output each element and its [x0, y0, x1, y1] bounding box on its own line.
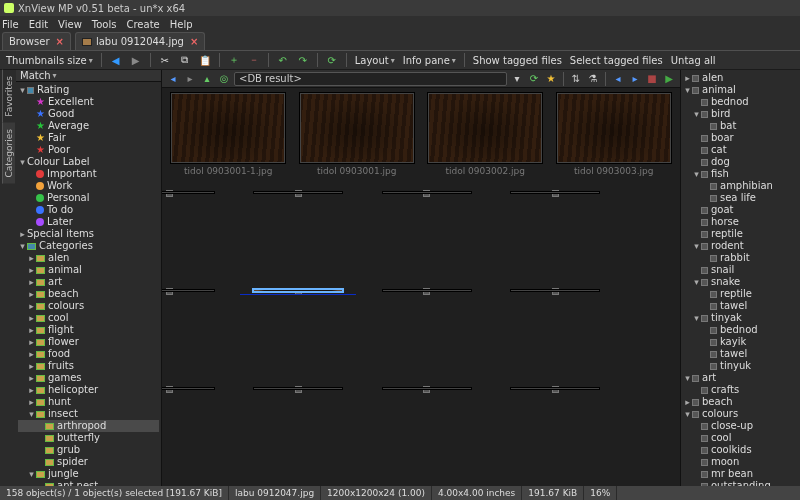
tree-item[interactable]: bednod	[683, 324, 798, 336]
tree-item[interactable]: ▸fruits	[18, 360, 159, 372]
address-drop-icon[interactable]: ▾	[510, 72, 524, 86]
thumbnail[interactable]: labu 0912048.jpg	[423, 288, 430, 295]
tree-item[interactable]: coolkids	[683, 444, 798, 456]
tree-item[interactable]: ▾jungle	[18, 468, 159, 480]
side-tab-favorites[interactable]: Favorites	[2, 70, 15, 123]
tree-item[interactable]: ▾colours	[683, 408, 798, 420]
tree-item[interactable]: ▾animal	[683, 84, 798, 96]
zoom-out-button[interactable]: －	[246, 52, 262, 68]
menu-tools[interactable]: Tools	[92, 19, 117, 30]
tab-browser[interactable]: Browser ×	[2, 32, 71, 50]
nav-fwd-button[interactable]: ▶	[128, 52, 144, 68]
play-icon[interactable]: ▶	[662, 72, 676, 86]
tree-item[interactable]: ▸Special items	[18, 228, 159, 240]
tree-item[interactable]: boar	[683, 132, 798, 144]
close-icon[interactable]: ×	[190, 36, 198, 47]
cut-button[interactable]: ✂	[157, 52, 173, 68]
filter-tree[interactable]: ▾Rating★Excellent★Good★Average★Fair★Poor…	[16, 82, 161, 486]
show-tagged-button[interactable]: Show tagged files	[471, 55, 564, 66]
nav-fwd-icon[interactable]: ▸	[183, 72, 197, 86]
tree-item[interactable]: ★Excellent	[18, 96, 159, 108]
tree-item[interactable]: tawel	[683, 348, 798, 360]
thumbnail[interactable]: tidol 0903001.jpg	[295, 92, 420, 186]
tree-item[interactable]: horse	[683, 216, 798, 228]
sort-icon[interactable]: ⇅	[569, 72, 583, 86]
tree-item[interactable]: ▾Rating	[18, 84, 159, 96]
tree-item[interactable]: ▾tinyak	[683, 312, 798, 324]
untag-all-button[interactable]: Untag all	[669, 55, 718, 66]
tree-item[interactable]: rabbit	[683, 252, 798, 264]
tree-item[interactable]: Personal	[18, 192, 159, 204]
tree-item[interactable]: bednod	[683, 96, 798, 108]
paste-button[interactable]: 📋	[197, 52, 213, 68]
tree-item[interactable]: ★Good	[18, 108, 159, 120]
tree-item[interactable]: amphibian	[683, 180, 798, 192]
tree-item[interactable]: Later	[18, 216, 159, 228]
tree-item[interactable]: ▸beach	[18, 288, 159, 300]
tree-item[interactable]: ▸alen	[683, 72, 798, 84]
rotate-right-button[interactable]: ↷	[295, 52, 311, 68]
thumbnail[interactable]: labu 0912044.jpg	[423, 190, 430, 197]
tree-item[interactable]: ▸art	[18, 276, 159, 288]
tree-item[interactable]: goat	[683, 204, 798, 216]
thumbnail[interactable]: tidol 0903002.jpg	[423, 92, 548, 186]
tree-item[interactable]: ▸colours	[18, 300, 159, 312]
tree-item[interactable]: ▾Colour Label	[18, 156, 159, 168]
thumbnail[interactable]: tidol 0903004.jpg	[166, 190, 173, 197]
tree-item[interactable]: To do	[18, 204, 159, 216]
menu-create[interactable]: Create	[126, 19, 159, 30]
tree-item[interactable]: butterfly	[18, 432, 159, 444]
thumbnail[interactable]	[295, 386, 302, 393]
tree-item[interactable]: ★Poor	[18, 144, 159, 156]
zoom-in-button[interactable]: ＋	[226, 52, 242, 68]
tree-item[interactable]: ▾bird	[683, 108, 798, 120]
tree-item[interactable]: outstanding	[683, 480, 798, 486]
tree-item[interactable]: ▾Categories	[18, 240, 159, 252]
tree-item[interactable]: tinyuk	[683, 360, 798, 372]
menu-edit[interactable]: Edit	[29, 19, 48, 30]
rotate-left-button[interactable]: ↶	[275, 52, 291, 68]
prev-file-icon[interactable]: ◂	[611, 72, 625, 86]
tree-item[interactable]: sea life	[683, 192, 798, 204]
tree-item[interactable]: spider	[18, 456, 159, 468]
tree-item[interactable]: kayik	[683, 336, 798, 348]
tree-item[interactable]: crafts	[683, 384, 798, 396]
tree-item[interactable]: ▾art	[683, 372, 798, 384]
tree-item[interactable]: grub	[18, 444, 159, 456]
layout-menu[interactable]: Layout▾	[353, 55, 397, 66]
tree-item[interactable]: arthropod	[18, 420, 159, 432]
thumbnail[interactable]: tidol 0903003.jpg	[552, 92, 677, 186]
next-file-icon[interactable]: ▸	[628, 72, 642, 86]
tree-item[interactable]: reptile	[683, 288, 798, 300]
thumbnail[interactable]: labu 0912049.jpg	[552, 288, 559, 295]
tree-item[interactable]: reptile	[683, 228, 798, 240]
select-tagged-button[interactable]: Select tagged files	[568, 55, 665, 66]
thumbnail[interactable]: labu 0912047.jpg	[295, 288, 302, 295]
refresh-icon[interactable]: ⟳	[527, 72, 541, 86]
stop-icon[interactable]: ■	[645, 72, 659, 86]
thumbnail[interactable]: labu 0912043.jpg	[295, 190, 302, 197]
tree-item[interactable]: ▸alen	[18, 252, 159, 264]
tree-item[interactable]: ▾insect	[18, 408, 159, 420]
thumbnail[interactable]	[166, 386, 173, 393]
menu-file[interactable]: File	[2, 19, 19, 30]
favorite-icon[interactable]: ★	[544, 72, 558, 86]
tree-item[interactable]: ▸animal	[18, 264, 159, 276]
thumbnail[interactable]	[423, 386, 430, 393]
tree-item[interactable]: ▾snake	[683, 276, 798, 288]
thumbnail-grid[interactable]: tidol 0903001-1.jpg tidol 0903001.jpg ti…	[162, 88, 680, 486]
thumbnail[interactable]: labu 0912045.jpg	[552, 190, 559, 197]
tree-item[interactable]: dog	[683, 156, 798, 168]
tree-item[interactable]: ▸food	[18, 348, 159, 360]
left-panel-header[interactable]: Match▾	[16, 70, 161, 82]
tab-image[interactable]: labu 0912044.jpg ×	[75, 32, 205, 50]
tree-item[interactable]: ★Fair	[18, 132, 159, 144]
refresh-button[interactable]: ⟳	[324, 52, 340, 68]
tree-item[interactable]: ▾rodent	[683, 240, 798, 252]
nav-back-icon[interactable]: ◂	[166, 72, 180, 86]
tree-item[interactable]: close-up	[683, 420, 798, 432]
tree-item[interactable]: ▸cool	[18, 312, 159, 324]
thumbnails-size-menu[interactable]: Thumbnails size▾	[4, 55, 95, 66]
menu-help[interactable]: Help	[170, 19, 193, 30]
close-icon[interactable]: ×	[56, 36, 64, 47]
